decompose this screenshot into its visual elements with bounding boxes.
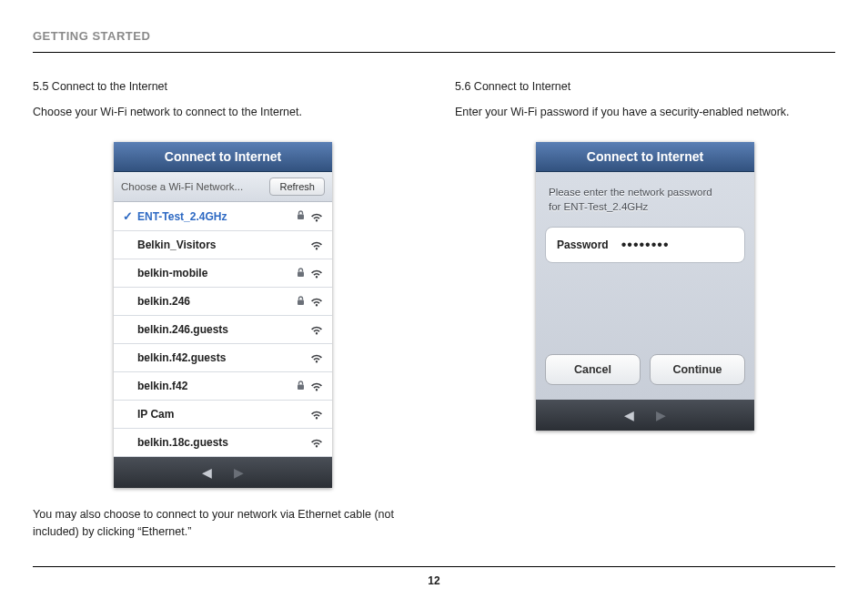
wifi-signal-icon	[307, 323, 323, 336]
wifi-name: Belkin_Visitors	[136, 239, 294, 251]
wifi-row[interactable]: IP Cam	[114, 401, 332, 429]
lock-icon	[294, 268, 307, 279]
column-right: 5.6 Connect to Internet Enter your Wi-Fi…	[455, 80, 835, 541]
wifi-name: belkin.246	[136, 295, 294, 308]
wifi-row[interactable]: belkin.f42	[114, 372, 332, 401]
wifi-name: belkin.246.guests	[136, 323, 294, 336]
svg-rect-3	[298, 384, 304, 390]
password-prompt-line2: for ENT-Test_2.4GHz	[549, 201, 648, 212]
wifi-list: ✓ENT-Test_2.4GHzBelkin_Visitorsbelkin-mo…	[114, 202, 332, 457]
svg-rect-0	[298, 215, 304, 220]
nav-prev-icon[interactable]: ◀	[202, 465, 212, 480]
cancel-button[interactable]: Cancel	[545, 354, 641, 385]
column-left: 5.5 Connect to the Internet Choose your …	[33, 80, 413, 541]
wifi-signal-icon	[307, 210, 323, 223]
wifi-name: IP Cam	[136, 408, 294, 421]
lock-icon	[294, 210, 307, 222]
nav-next-icon[interactable]: ▶	[656, 408, 666, 422]
wifi-name: belkin-mobile	[136, 267, 294, 279]
nav-prev-icon[interactable]: ◀	[624, 408, 634, 422]
screen-title: Connect to Internet	[536, 142, 754, 172]
screenshot-wifi-list: Connect to Internet Choose a Wi-Fi Netwo…	[114, 142, 332, 488]
step-title-5-6: 5.6 Connect to Internet	[455, 80, 835, 93]
wifi-row[interactable]: Belkin_Visitors	[114, 231, 332, 259]
wifi-row[interactable]: belkin.246	[114, 288, 332, 316]
choose-network-label: Choose a Wi-Fi Network...	[121, 181, 243, 192]
divider-bottom	[33, 566, 835, 567]
password-prompt-line1: Please enter the network password	[549, 187, 712, 198]
divider-top	[33, 52, 835, 53]
password-field[interactable]: Password ••••••••	[545, 227, 745, 263]
wifi-name: belkin.f42	[136, 380, 294, 392]
page-number: 12	[33, 574, 835, 587]
password-value: ••••••••	[621, 237, 670, 253]
ethernet-footnote: You may also choose to connect to your n…	[33, 506, 413, 541]
refresh-button[interactable]: Refresh	[269, 178, 325, 196]
checkmark-icon: ✓	[123, 209, 136, 223]
wifi-name: ENT-Test_2.4GHz	[136, 210, 294, 223]
nav-bar: ◀ ▶	[536, 400, 754, 431]
lock-icon	[294, 381, 307, 392]
screenshot-password: Connect to Internet Please enter the net…	[536, 142, 754, 431]
wifi-row[interactable]: belkin.246.guests	[114, 316, 332, 344]
wifi-name: belkin.f42.guests	[136, 351, 294, 364]
wifi-signal-icon	[307, 380, 323, 392]
continue-button[interactable]: Continue	[650, 354, 745, 385]
step-title-5-5: 5.5 Connect to the Internet	[33, 80, 413, 93]
svg-rect-2	[298, 299, 304, 305]
step-desc-5-6: Enter your Wi-Fi password if you have a …	[455, 106, 835, 118]
wifi-row[interactable]: ✓ENT-Test_2.4GHz	[114, 202, 332, 231]
wifi-row[interactable]: belkin-mobile	[114, 259, 332, 288]
lock-icon	[294, 296, 307, 308]
screen-title: Connect to Internet	[114, 142, 332, 172]
wifi-row[interactable]: belkin.f42.guests	[114, 344, 332, 372]
wifi-row[interactable]: belkin.18c.guests	[114, 429, 332, 457]
svg-rect-1	[298, 271, 304, 277]
wifi-signal-icon	[307, 295, 323, 308]
wifi-signal-icon	[307, 267, 323, 279]
password-label: Password	[557, 239, 609, 251]
section-title: GETTING STARTED	[33, 29, 835, 43]
wifi-signal-icon	[307, 239, 323, 251]
wifi-signal-icon	[307, 436, 323, 449]
step-desc-5-5: Choose your Wi-Fi network to connect to …	[33, 106, 413, 118]
password-prompt: Please enter the network password for EN…	[545, 185, 745, 214]
wifi-signal-icon	[307, 408, 323, 421]
nav-next-icon[interactable]: ▶	[234, 465, 244, 480]
wifi-name: belkin.18c.guests	[136, 436, 294, 449]
wifi-signal-icon	[307, 351, 323, 364]
nav-bar: ◀ ▶	[114, 457, 332, 488]
